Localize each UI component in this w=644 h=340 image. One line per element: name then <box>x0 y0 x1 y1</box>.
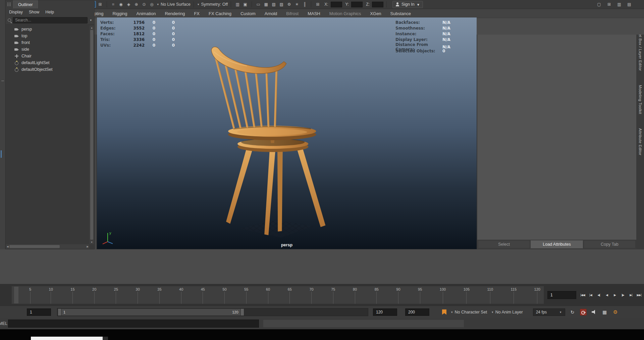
range-slider-track[interactable]: 1 120 <box>57 308 368 316</box>
shelf-tab[interactable]: Animation <box>137 11 156 16</box>
outliner-menu-item[interactable]: Display <box>9 10 23 14</box>
step-forward-key-button[interactable]: |▶ <box>619 291 627 299</box>
open-render-view-icon[interactable]: ▭ <box>255 1 262 8</box>
animation-start-input[interactable] <box>27 308 51 316</box>
animation-end-input[interactable] <box>405 308 429 316</box>
scroll-down-icon[interactable]: ▼ <box>91 240 93 244</box>
outliner-item[interactable]: Chair <box>6 53 90 59</box>
attribute-editor-button[interactable]: Copy Tab <box>584 240 636 248</box>
shelf-tab[interactable]: Custom <box>240 11 256 16</box>
outliner-search-input[interactable] <box>13 17 88 23</box>
outliner-layout-icon[interactable]: ▤ <box>626 1 633 8</box>
playback-range-bar[interactable]: 1 120 <box>58 309 244 315</box>
outliner-item[interactable]: defaultLightSet <box>6 59 90 66</box>
step-forward-frame-button[interactable]: ▶| <box>627 291 635 299</box>
command-input[interactable] <box>8 320 259 328</box>
auto-keyframe-icon[interactable] <box>580 309 587 315</box>
y-coordinate-input[interactable] <box>351 2 363 7</box>
x-coordinate-input[interactable] <box>331 2 342 7</box>
scrollbar-thumb[interactable] <box>9 245 60 248</box>
play-backwards-button[interactable]: ◀ <box>603 291 610 299</box>
playblast-icon[interactable]: ▦ <box>601 309 608 315</box>
outliner-item[interactable]: persp <box>6 26 90 33</box>
render-current-frame-icon[interactable]: ▦ <box>263 1 269 8</box>
shelf-tab[interactable]: Rendering <box>165 11 185 16</box>
chevron-down-icon[interactable]: ▾ <box>90 18 92 22</box>
render-sequence-icon[interactable]: ▨ <box>278 1 285 8</box>
outliner-item[interactable]: front <box>6 39 90 46</box>
ipr-render-icon[interactable]: ▧ <box>270 1 277 8</box>
shelf-tab[interactable]: FX Caching <box>209 11 231 16</box>
scrollbar-thumb[interactable] <box>90 30 93 240</box>
outliner-horizontal-scrollbar[interactable]: ◀ ▶ <box>6 244 89 249</box>
make-live-icon[interactable]: ◎ <box>149 1 155 8</box>
outliner-panel-tab[interactable]: Outliner <box>13 0 38 8</box>
attribute-editor-button[interactable]: Select <box>478 240 530 248</box>
shelf-tab[interactable]: Arnold <box>265 11 277 16</box>
go-to-start-button[interactable]: |◀◀ <box>579 291 586 299</box>
snap-to-view-plane-icon[interactable]: ⊙ <box>141 1 148 8</box>
dock-handle[interactable] <box>1 81 4 81</box>
range-start-handle[interactable] <box>58 309 61 315</box>
four-pane-layout-icon[interactable]: ⊞ <box>606 1 612 8</box>
play-forwards-button[interactable]: ▶ <box>611 291 619 299</box>
viewport-canvas[interactable]: Verts: 1756 0 0 Edges: 3552 0 0 <box>97 17 477 249</box>
range-end-handle[interactable] <box>240 309 244 315</box>
chevron-down-icon[interactable]: ▾ <box>492 310 493 314</box>
character-set-selector[interactable]: No Character Set <box>455 310 487 314</box>
animation-preferences-icon[interactable]: ⚙ <box>612 309 619 315</box>
sign-in-button[interactable]: Sign In ▾ <box>392 1 423 8</box>
coordinate-entry-icon[interactable]: ⊞ <box>314 1 321 8</box>
chevron-down-icon[interactable]: ▾ <box>198 3 199 6</box>
snap-to-point-icon[interactable]: ◈ <box>125 1 132 8</box>
fps-selector[interactable]: 24 fps ▾ <box>533 308 565 316</box>
shelf-tab[interactable]: Bifrost <box>286 11 299 16</box>
outliner-item[interactable]: top <box>6 33 90 39</box>
snap-to-projected-center-icon[interactable]: ⊕ <box>133 1 140 8</box>
shelf-tab[interactable]: Motion Graphics <box>329 11 361 16</box>
outliner-menu-item[interactable]: Help <box>45 10 54 14</box>
snap-to-curve-icon[interactable]: ◉ <box>118 1 124 8</box>
split-pane-layout-icon[interactable]: ▥ <box>616 1 623 8</box>
command-language-toggle[interactable]: MEL <box>0 321 7 326</box>
chevron-down-icon[interactable]: ▾ <box>451 310 453 314</box>
current-frame-input[interactable] <box>547 291 576 299</box>
shelf-tab[interactable]: Substance <box>390 11 411 16</box>
go-to-end-button[interactable]: ▶▶| <box>635 291 643 299</box>
scroll-right-icon[interactable]: ▶ <box>87 245 89 249</box>
scroll-up-icon[interactable]: ▲ <box>91 26 93 30</box>
outliner-item[interactable]: side <box>6 46 90 53</box>
panel-menu-icon[interactable] <box>7 2 11 6</box>
outliner-item[interactable]: defaultObjectSet <box>6 66 90 73</box>
select-by-component-icon[interactable]: ⊞ <box>97 1 104 8</box>
step-back-key-button[interactable]: ◀| <box>595 291 602 299</box>
character-controls-icon[interactable]: ▣ <box>242 1 249 8</box>
time-slider-ruler[interactable]: 5101520253035404550556065707580859095100… <box>11 286 544 304</box>
shelf-tab[interactable]: Rigging <box>112 11 127 16</box>
single-pane-layout-icon[interactable]: ▢ <box>596 1 602 8</box>
shelf-tab[interactable]: XGen <box>370 11 381 16</box>
symmetry-toggle[interactable]: Symmetry: Off <box>201 2 228 7</box>
pause-viewport-icon[interactable]: ║ <box>301 1 308 8</box>
light-editor-icon[interactable]: ☀ <box>293 1 300 8</box>
anim-layer-selector[interactable]: No Anim Layer <box>495 310 523 314</box>
playback-end-input[interactable] <box>373 308 397 316</box>
shelf-tab[interactable]: FX <box>194 11 200 16</box>
chevron-down-icon[interactable]: ▾ <box>157 3 159 6</box>
dock-tab[interactable]: Modeling Toolkit <box>638 85 642 114</box>
attribute-editor-button[interactable]: Load Attributes <box>531 240 583 248</box>
snap-to-grid-icon[interactable]: ⌗ <box>110 1 117 8</box>
step-back-frame-button[interactable]: |◀ <box>587 291 594 299</box>
create-bookmark-icon[interactable] <box>442 309 446 315</box>
shelf-tab[interactable]: MASH <box>308 11 320 16</box>
z-coordinate-input[interactable] <box>372 2 383 7</box>
outliner-menu-item[interactable]: Show <box>29 10 39 14</box>
scroll-left-icon[interactable]: ◀ <box>7 245 8 249</box>
outliner-vertical-scrollbar[interactable]: ▲ ▼ <box>90 26 94 244</box>
audio-mute-icon[interactable] <box>591 309 597 315</box>
modeling-toolkit-icon[interactable]: ▥ <box>234 1 241 8</box>
dock-tab[interactable]: Attribute Editor <box>638 128 642 155</box>
render-settings-icon[interactable]: ⚙ <box>286 1 292 8</box>
playback-loop-icon[interactable]: ↻ <box>569 309 576 315</box>
taskbar-window-preview <box>31 337 103 340</box>
